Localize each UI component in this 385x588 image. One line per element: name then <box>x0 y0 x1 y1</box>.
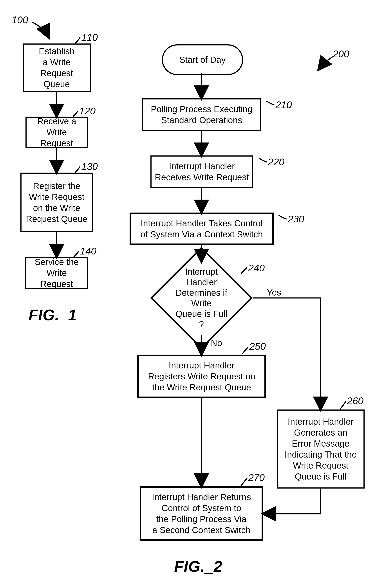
fig1-step-130-text: Register theWrite Requeston the WriteReq… <box>26 181 87 224</box>
fig1-step-110: Establisha WriteRequest Queue <box>23 43 91 92</box>
fig2-step-260-text: Interrupt HandlerGenerates anError Messa… <box>285 416 357 482</box>
fig1-step-120-text: Receive aWrite Request <box>30 116 84 149</box>
ref-250: 250 <box>249 341 266 352</box>
fig2-caption: FIG._2 <box>174 558 222 575</box>
fig2-step-220: Interrupt HandlerReceives Write Request <box>150 155 253 188</box>
page: 100 Establisha WriteRequest Queue 110 Re… <box>0 0 385 588</box>
ref-130: 130 <box>81 161 98 172</box>
ref-120: 120 <box>79 105 96 117</box>
fig2-step-210: Polling Process ExecutingStandard Operat… <box>142 98 261 131</box>
ref-200: 200 <box>333 48 349 60</box>
ref-240: 240 <box>248 262 265 274</box>
fig1-step-130: Register theWrite Requeston the WriteReq… <box>21 173 93 232</box>
fig2-start-text: Start of Day <box>179 55 226 65</box>
fig2-step-220-text: Interrupt HandlerReceives Write Request <box>155 161 249 183</box>
fig2-start: Start of Day <box>162 44 243 75</box>
ref-100: 100 <box>12 14 28 26</box>
fig2-step-210-text: Polling Process ExecutingStandard Operat… <box>151 104 252 126</box>
ref-260: 260 <box>347 395 364 407</box>
ref-210: 210 <box>276 99 292 111</box>
fig2-decision-240-text: Interrupt HandlerDetermines if WriteQueu… <box>165 262 238 334</box>
fig1-step-140: Service theWrite Request <box>25 257 88 289</box>
ref-230: 230 <box>288 213 304 225</box>
fig2-step-270-text: Interrupt Handler ReturnsControl of Syst… <box>152 492 251 536</box>
fig2-step-270: Interrupt Handler ReturnsControl of Syst… <box>140 486 263 541</box>
fig2-step-230: Interrupt Handler Takes Controlof System… <box>129 212 274 245</box>
fig2-step-260: Interrupt HandlerGenerates anError Messa… <box>277 409 364 488</box>
fig2-step-250: Interrupt HandlerRegisters Write Request… <box>137 355 266 398</box>
fig2-decision-240: Interrupt HandlerDetermines if WriteQueu… <box>165 262 238 334</box>
fig1-step-120: Receive aWrite Request <box>25 117 88 148</box>
fig1-step-140-text: Service theWrite Request <box>29 256 84 289</box>
fig2-step-230-text: Interrupt Handler Takes Controlof System… <box>140 218 263 240</box>
fig1-caption: FIG._1 <box>29 306 77 324</box>
label-no: No <box>211 338 222 348</box>
fig2-step-250-text: Interrupt HandlerRegisters Write Request… <box>148 360 255 393</box>
ref-270: 270 <box>248 472 265 483</box>
fig1-step-110-text: Establisha WriteRequest Queue <box>27 46 86 90</box>
ref-140: 140 <box>80 246 96 257</box>
label-yes: Yes <box>267 288 281 297</box>
ref-110: 110 <box>81 32 98 43</box>
ref-220: 220 <box>268 156 284 168</box>
